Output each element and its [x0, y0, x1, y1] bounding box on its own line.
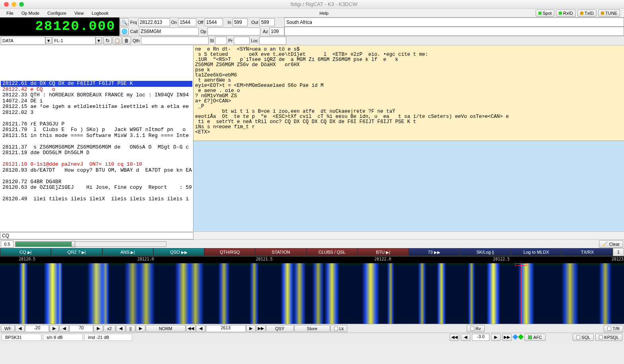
notes-input[interactable] — [284, 18, 624, 27]
menu-logbook[interactable]: Logbook — [88, 10, 112, 17]
clear-log-icon[interactable]: 🗑 — [122, 37, 131, 45]
signal-line[interactable] — [1, 115, 192, 121]
clear-button[interactable]: 🧹 Clear — [599, 240, 623, 248]
qth-input[interactable] — [141, 37, 209, 45]
signal-line[interactable] — [1, 191, 192, 197]
qsy-button[interactable]: QSY — [266, 325, 294, 332]
signal-line[interactable]: 28122.42 e CQ o — [1, 87, 192, 93]
tune-left-icon[interactable] — [513, 335, 517, 340]
macro-7[interactable]: BTU▶| — [358, 248, 409, 256]
off-input[interactable] — [205, 18, 223, 26]
macro-2[interactable]: ANS▶| — [102, 248, 153, 256]
signal-line[interactable]: 28122.15 ae ²oe igeh a etldleeltiiTae le… — [1, 104, 192, 110]
afc-check[interactable]: AFC — [524, 334, 546, 341]
call-input[interactable] — [139, 27, 199, 35]
macro-3[interactable]: QSO▶▶ — [153, 248, 204, 256]
macro-11[interactable]: TX/RX — [562, 248, 613, 256]
signal-line[interactable] — [1, 52, 192, 58]
rxid-button[interactable]: RxID — [556, 10, 575, 17]
signal-line[interactable] — [1, 64, 192, 70]
notes2-input[interactable] — [284, 27, 624, 36]
contrast-left[interactable]: ◀ — [59, 325, 69, 332]
mode-select[interactable]: DATA — [1, 37, 45, 45]
txid-button[interactable]: TxID — [577, 10, 597, 17]
st-input[interactable] — [215, 37, 227, 45]
macro-9[interactable]: SK/Log|| — [460, 248, 511, 256]
squelch-slider[interactable] — [15, 241, 166, 247]
signal-line[interactable] — [1, 173, 192, 179]
wf-mode-button[interactable]: WF — [1, 325, 15, 332]
menu-configure[interactable]: Configure — [43, 10, 70, 17]
az-input[interactable] — [269, 27, 284, 35]
kpsql-check[interactable]: KPSQL — [595, 334, 622, 341]
signal-line[interactable]: 28122.33 QTH : hORDEAUX BORDEAUX FRANCE … — [1, 92, 192, 98]
save-log-icon[interactable]: 📋 — [113, 37, 121, 45]
signal-line[interactable]: 28121.10 0-1s1@dde pa2nevJ ON7< i10 cq 1… — [1, 162, 192, 168]
frq-input[interactable] — [138, 18, 170, 26]
lk-check[interactable]: Lk — [331, 325, 348, 332]
signal-line[interactable] — [1, 139, 192, 145]
filter-select-arrow[interactable]: ▼ — [96, 37, 102, 44]
signal-line[interactable] — [1, 69, 192, 75]
macro-5[interactable]: STATION — [255, 248, 306, 256]
frq-lookup-icon[interactable]: 🔍 — [120, 18, 129, 26]
signal-line[interactable]: 28122.02 3 — [1, 110, 192, 116]
fast-right[interactable]: ▶▶ — [256, 325, 266, 332]
menu-help[interactable]: Help — [315, 10, 333, 17]
macro-8[interactable]: 73▶▶ — [409, 248, 460, 256]
zoom-icon[interactable] — [19, 2, 24, 7]
on-input[interactable] — [178, 18, 196, 26]
pause-button[interactable]: || — [126, 325, 135, 332]
offset-left[interactable]: ◀ — [461, 334, 470, 341]
spot-button[interactable]: Spot — [536, 10, 555, 17]
minimize-icon[interactable] — [12, 2, 16, 7]
offset-value[interactable]: -3.0 — [472, 334, 489, 341]
wf-range-button[interactable]: NORM — [146, 325, 186, 332]
signal-line[interactable] — [1, 75, 192, 81]
wf-speed-button[interactable]: x2 — [104, 325, 115, 332]
receive-text[interactable]: ne e Rn dt- <SYN>uea o an tõ e s$ s S te… — [194, 45, 624, 141]
signal-line[interactable]: 28121.37 s ZS6MGMS6MGM ZS6MGMS6MGM de ON… — [1, 145, 192, 151]
waterfall[interactable] — [0, 263, 624, 324]
signal-line[interactable]: 28121.19 dde DO5GLM Dh5GLM D — [1, 150, 192, 156]
close-icon[interactable] — [4, 2, 9, 7]
macro-4[interactable]: QTH/RSQ — [204, 248, 255, 256]
mode-select-arrow[interactable]: ▼ — [45, 37, 52, 44]
op-input[interactable] — [207, 27, 260, 35]
contrast-value[interactable]: 70 — [69, 325, 93, 332]
step-left[interactable]: ◀ — [196, 325, 205, 332]
scroll-right[interactable]: ▶ — [136, 325, 145, 332]
signal-line[interactable]: 28121.76 rE PA3GJU P — [1, 121, 192, 127]
signal-line[interactable]: 28120.93 db/EA7DT How copy? BTU OM, WBAY… — [1, 168, 192, 174]
signal-line[interactable]: 28120.49 ileí tíleis íleis íleiX íleis í… — [1, 196, 192, 202]
pr-input[interactable] — [234, 37, 250, 45]
macro-0[interactable]: CQ▶| — [0, 248, 51, 256]
call-lookup-icon[interactable]: 🌐 — [120, 27, 129, 35]
contrast-right[interactable]: ▶ — [94, 325, 103, 332]
signal-line[interactable] — [1, 58, 192, 64]
cq-indicator[interactable] — [0, 232, 194, 239]
menu-view[interactable]: View — [70, 10, 88, 17]
step-right[interactable]: ▶ — [246, 325, 256, 332]
macro-1[interactable]: QRZ ?▶| — [51, 248, 102, 256]
store-button[interactable]: Store — [294, 325, 330, 332]
transmit-text[interactable] — [194, 141, 624, 231]
offset-fast-right[interactable]: ▶▶ — [502, 334, 512, 341]
menu-opmode[interactable]: Op Mode — [18, 10, 43, 17]
brightness-value[interactable]: -20 — [25, 325, 49, 332]
loc-input[interactable] — [259, 37, 286, 45]
status-mode[interactable]: BPSK31 — [2, 334, 41, 341]
sql-check[interactable]: SQL — [573, 334, 594, 341]
signal-line[interactable]: 28120.72 G4BR DG4BR — [1, 179, 192, 185]
tune-right-icon[interactable] — [519, 335, 523, 340]
tune-button[interactable]: TUNE — [598, 10, 620, 17]
signal-line[interactable]: 28121.70 l Clubs E Fo ) SKo) p Jack W9GT… — [1, 127, 192, 133]
macro-10[interactable]: Log to MLDX — [511, 248, 562, 256]
reload-icon[interactable]: ↻ — [103, 37, 112, 45]
signal-line[interactable] — [1, 156, 192, 162]
browser-panel[interactable]: 28122.61 do DX CQ DX de F6IIJT F6IJT PSE… — [0, 45, 194, 231]
filter-select[interactable]: FL-1 — [53, 37, 96, 45]
signal-line[interactable] — [1, 46, 192, 52]
frequency-scale[interactable]: 28120.528121.028121.528122.028122.528123… — [0, 256, 624, 263]
signal-line[interactable]: 28121.51 in this mode ==== Software MixW… — [1, 133, 192, 139]
